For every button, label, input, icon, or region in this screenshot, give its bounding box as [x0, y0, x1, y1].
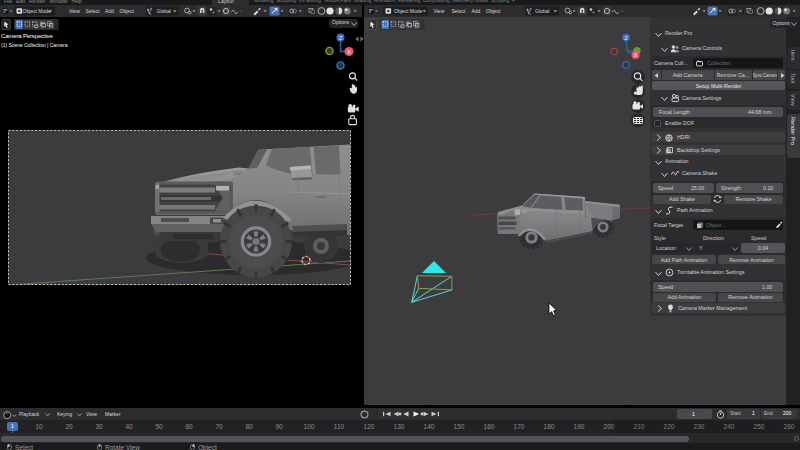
svg-text:X: X	[347, 49, 351, 55]
svg-text:Z: Z	[339, 35, 343, 41]
svg-text:X: X	[634, 52, 638, 58]
svg-text:Z: Z	[624, 35, 628, 41]
